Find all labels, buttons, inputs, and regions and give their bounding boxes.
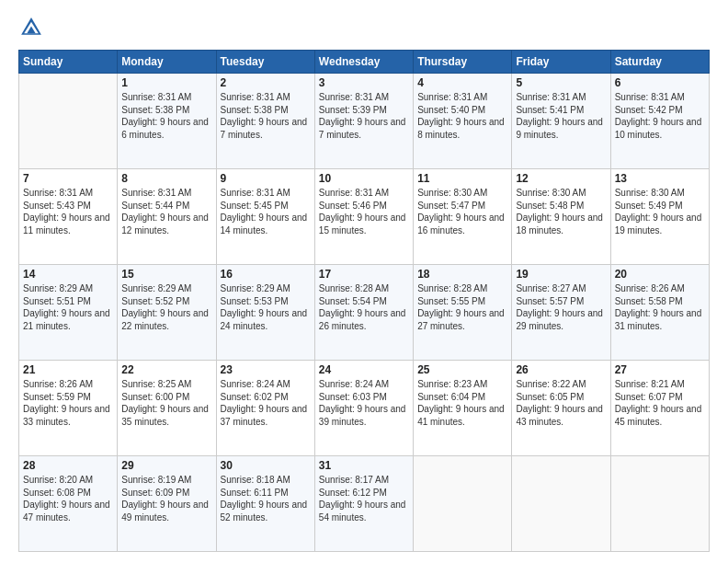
cell-info: Sunrise: 8:17 AMSunset: 6:12 PMDaylight:… xyxy=(319,474,409,523)
cell-info: Sunrise: 8:30 AMSunset: 5:47 PMDaylight:… xyxy=(417,187,507,236)
calendar-cell: 5Sunrise: 8:31 AMSunset: 5:41 PMDaylight… xyxy=(512,74,610,169)
cell-date: 13 xyxy=(615,172,705,185)
calendar-cell: 16Sunrise: 8:29 AMSunset: 5:53 PMDayligh… xyxy=(216,265,314,361)
cell-date: 23 xyxy=(221,363,311,376)
cell-date: 17 xyxy=(319,268,409,281)
logo xyxy=(18,15,48,40)
calendar-cell xyxy=(414,456,512,552)
calendar-cell: 22Sunrise: 8:25 AMSunset: 6:00 PMDayligh… xyxy=(118,361,216,456)
calendar-cell: 4Sunrise: 8:31 AMSunset: 5:40 PMDaylight… xyxy=(414,74,512,169)
calendar-cell: 2Sunrise: 8:31 AMSunset: 5:38 PMDaylight… xyxy=(216,74,314,169)
cell-info: Sunrise: 8:24 AMSunset: 6:03 PMDaylight:… xyxy=(319,378,409,428)
calendar-header-row: SundayMondayTuesdayWednesdayThursdayFrid… xyxy=(19,51,710,74)
calendar-cell: 11Sunrise: 8:30 AMSunset: 5:47 PMDayligh… xyxy=(414,169,512,265)
cell-info: Sunrise: 8:20 AMSunset: 6:08 PMDaylight:… xyxy=(23,474,113,523)
calendar-cell: 7Sunrise: 8:31 AMSunset: 5:43 PMDaylight… xyxy=(19,169,118,265)
cell-date: 8 xyxy=(121,172,211,185)
logo-icon xyxy=(18,15,44,40)
calendar-cell: 17Sunrise: 8:28 AMSunset: 5:54 PMDayligh… xyxy=(314,265,413,361)
weekday-header: Thursday xyxy=(414,51,512,74)
calendar-week-row: 7Sunrise: 8:31 AMSunset: 5:43 PMDaylight… xyxy=(19,169,710,265)
cell-date: 4 xyxy=(417,76,507,89)
cell-date: 7 xyxy=(23,172,113,185)
cell-date: 31 xyxy=(319,459,409,472)
calendar-cell: 28Sunrise: 8:20 AMSunset: 6:08 PMDayligh… xyxy=(19,456,118,552)
cell-info: Sunrise: 8:31 AMSunset: 5:46 PMDaylight:… xyxy=(319,187,409,236)
cell-date: 12 xyxy=(516,172,606,185)
cell-date: 3 xyxy=(319,76,409,89)
calendar-cell: 18Sunrise: 8:28 AMSunset: 5:55 PMDayligh… xyxy=(414,265,512,361)
calendar-cell: 26Sunrise: 8:22 AMSunset: 6:05 PMDayligh… xyxy=(512,361,610,456)
cell-info: Sunrise: 8:30 AMSunset: 5:49 PMDaylight:… xyxy=(615,187,705,236)
cell-date: 11 xyxy=(417,172,507,185)
cell-date: 22 xyxy=(121,363,211,376)
cell-info: Sunrise: 8:29 AMSunset: 5:52 PMDaylight:… xyxy=(121,282,211,332)
calendar-week-row: 28Sunrise: 8:20 AMSunset: 6:08 PMDayligh… xyxy=(19,456,710,552)
cell-date: 6 xyxy=(615,76,705,89)
cell-date: 9 xyxy=(221,172,311,185)
weekday-header: Tuesday xyxy=(216,51,314,74)
calendar-cell xyxy=(610,456,709,552)
cell-info: Sunrise: 8:31 AMSunset: 5:38 PMDaylight:… xyxy=(121,91,211,141)
calendar-cell: 29Sunrise: 8:19 AMSunset: 6:09 PMDayligh… xyxy=(118,456,216,552)
cell-date: 26 xyxy=(516,363,606,376)
cell-date: 29 xyxy=(121,459,211,472)
cell-date: 21 xyxy=(23,363,113,376)
calendar-week-row: 1Sunrise: 8:31 AMSunset: 5:38 PMDaylight… xyxy=(19,74,710,169)
cell-info: Sunrise: 8:31 AMSunset: 5:43 PMDaylight:… xyxy=(23,187,113,236)
calendar-cell: 8Sunrise: 8:31 AMSunset: 5:44 PMDaylight… xyxy=(118,169,216,265)
calendar-cell: 6Sunrise: 8:31 AMSunset: 5:42 PMDaylight… xyxy=(610,74,709,169)
cell-info: Sunrise: 8:31 AMSunset: 5:42 PMDaylight:… xyxy=(615,91,705,141)
calendar-week-row: 21Sunrise: 8:26 AMSunset: 5:59 PMDayligh… xyxy=(19,361,710,456)
calendar-cell: 14Sunrise: 8:29 AMSunset: 5:51 PMDayligh… xyxy=(19,265,118,361)
calendar-cell: 9Sunrise: 8:31 AMSunset: 5:45 PMDaylight… xyxy=(216,169,314,265)
cell-info: Sunrise: 8:25 AMSunset: 6:00 PMDaylight:… xyxy=(121,378,211,428)
cell-date: 25 xyxy=(417,363,507,376)
cell-info: Sunrise: 8:29 AMSunset: 5:53 PMDaylight:… xyxy=(221,282,311,332)
cell-info: Sunrise: 8:31 AMSunset: 5:40 PMDaylight:… xyxy=(417,91,507,141)
cell-date: 15 xyxy=(121,268,211,281)
cell-info: Sunrise: 8:31 AMSunset: 5:44 PMDaylight:… xyxy=(121,187,211,236)
cell-date: 18 xyxy=(417,268,507,281)
cell-info: Sunrise: 8:18 AMSunset: 6:11 PMDaylight:… xyxy=(221,474,311,523)
cell-info: Sunrise: 8:26 AMSunset: 5:59 PMDaylight:… xyxy=(23,378,113,428)
calendar-cell xyxy=(512,456,610,552)
cell-info: Sunrise: 8:28 AMSunset: 5:54 PMDaylight:… xyxy=(319,282,409,332)
header xyxy=(18,15,710,40)
cell-info: Sunrise: 8:31 AMSunset: 5:38 PMDaylight:… xyxy=(221,91,311,141)
cell-date: 28 xyxy=(23,459,113,472)
cell-info: Sunrise: 8:24 AMSunset: 6:02 PMDaylight:… xyxy=(221,378,311,428)
calendar-cell: 3Sunrise: 8:31 AMSunset: 5:39 PMDaylight… xyxy=(314,74,413,169)
cell-date: 19 xyxy=(516,268,606,281)
calendar: SundayMondayTuesdayWednesdayThursdayFrid… xyxy=(18,50,710,552)
cell-info: Sunrise: 8:31 AMSunset: 5:39 PMDaylight:… xyxy=(319,91,409,141)
calendar-cell: 19Sunrise: 8:27 AMSunset: 5:57 PMDayligh… xyxy=(512,265,610,361)
cell-date: 24 xyxy=(319,363,409,376)
calendar-cell: 1Sunrise: 8:31 AMSunset: 5:38 PMDaylight… xyxy=(118,74,216,169)
weekday-header: Wednesday xyxy=(314,51,413,74)
cell-date: 5 xyxy=(516,76,606,89)
cell-date: 20 xyxy=(615,268,705,281)
cell-info: Sunrise: 8:22 AMSunset: 6:05 PMDaylight:… xyxy=(516,378,606,428)
cell-date: 27 xyxy=(615,363,705,376)
cell-info: Sunrise: 8:27 AMSunset: 5:57 PMDaylight:… xyxy=(516,282,606,332)
weekday-header: Saturday xyxy=(610,51,709,74)
weekday-header: Friday xyxy=(512,51,610,74)
cell-date: 1 xyxy=(121,76,211,89)
cell-date: 16 xyxy=(221,268,311,281)
page: SundayMondayTuesdayWednesdayThursdayFrid… xyxy=(0,0,728,563)
cell-date: 2 xyxy=(221,76,311,89)
weekday-header: Sunday xyxy=(19,51,118,74)
weekday-header: Monday xyxy=(118,51,216,74)
calendar-cell: 20Sunrise: 8:26 AMSunset: 5:58 PMDayligh… xyxy=(610,265,709,361)
cell-date: 30 xyxy=(221,459,311,472)
cell-info: Sunrise: 8:31 AMSunset: 5:41 PMDaylight:… xyxy=(516,91,606,141)
cell-date: 14 xyxy=(23,268,113,281)
cell-info: Sunrise: 8:30 AMSunset: 5:48 PMDaylight:… xyxy=(516,187,606,236)
cell-info: Sunrise: 8:26 AMSunset: 5:58 PMDaylight:… xyxy=(615,282,705,332)
calendar-cell: 30Sunrise: 8:18 AMSunset: 6:11 PMDayligh… xyxy=(216,456,314,552)
calendar-cell: 21Sunrise: 8:26 AMSunset: 5:59 PMDayligh… xyxy=(19,361,118,456)
calendar-cell: 12Sunrise: 8:30 AMSunset: 5:48 PMDayligh… xyxy=(512,169,610,265)
calendar-cell: 24Sunrise: 8:24 AMSunset: 6:03 PMDayligh… xyxy=(314,361,413,456)
calendar-cell: 25Sunrise: 8:23 AMSunset: 6:04 PMDayligh… xyxy=(414,361,512,456)
